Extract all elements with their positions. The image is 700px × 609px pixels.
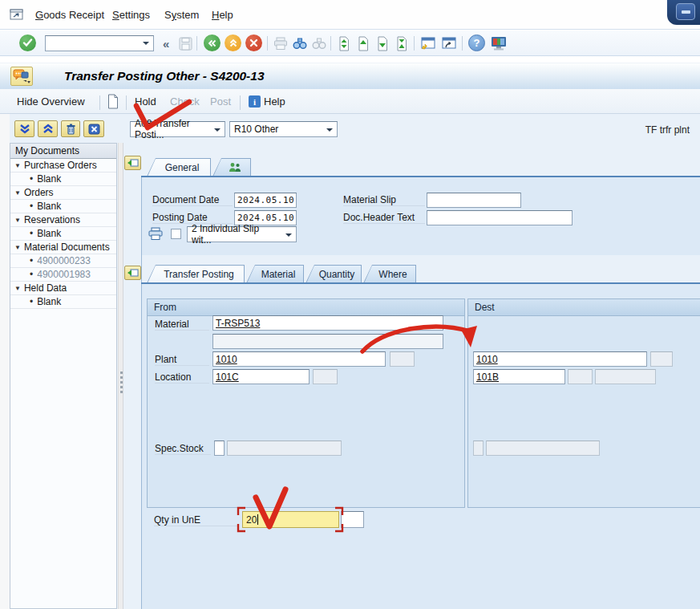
tree-node-orders[interactable]: ▼Orders xyxy=(10,186,116,200)
exit-icon[interactable] xyxy=(225,35,241,51)
splitter-handle[interactable] xyxy=(118,143,123,609)
hold-button[interactable]: Hold xyxy=(135,95,156,108)
tab-general[interactable]: General xyxy=(147,158,211,177)
hide-overview-button[interactable]: Hide Overview xyxy=(17,95,85,108)
new-session-icon[interactable] xyxy=(420,35,436,51)
page-title: Transfer Posting Other - S4200-13 xyxy=(64,69,265,83)
find-next-icon[interactable] xyxy=(311,35,327,51)
toolbar-separator xyxy=(196,36,197,51)
transaction-hint-text: TF trfr plnt xyxy=(645,124,690,136)
collapse-all-button[interactable] xyxy=(38,120,58,137)
qty-field[interactable]: 20 xyxy=(242,511,339,528)
plant-label: Plant xyxy=(155,354,209,366)
post-button[interactable]: Post xyxy=(210,95,231,108)
tree-node-purchase-orders[interactable]: ▼Purchase Orders xyxy=(10,159,116,173)
qty-label: Qty in UnE xyxy=(154,514,239,526)
expand-all-button[interactable] xyxy=(14,120,34,137)
title-bar: Transfer Posting Other - S4200-13 xyxy=(0,63,700,89)
slip-type-select[interactable]: 2 Individual Slip wit... xyxy=(187,226,297,242)
tree-leaf-blank[interactable]: •Blank xyxy=(10,295,116,309)
document-overview-tree: My Documents ▼Purchase Orders •Blank ▼Or… xyxy=(10,143,117,609)
delete-icon[interactable] xyxy=(61,120,80,137)
cancel-icon[interactable] xyxy=(245,35,262,51)
window-control-glyph xyxy=(682,10,690,14)
close-overview-icon[interactable] xyxy=(83,120,104,137)
tree-leaf-material-document[interactable]: •4900000233 xyxy=(10,254,116,268)
menu-system[interactable]: System xyxy=(164,9,199,21)
collapse-toolbar-icon[interactable]: « xyxy=(163,37,169,51)
dest-group-title: Dest xyxy=(468,299,700,316)
from-group-title: From xyxy=(148,299,464,316)
close-header-detail-icon[interactable] xyxy=(124,156,141,170)
toolbar-separator xyxy=(414,36,415,51)
tab-partners[interactable] xyxy=(212,158,251,177)
menu-goods-receipt[interactable]: Goods Receipt xyxy=(35,9,104,21)
from-material-field[interactable]: T-RSP513 xyxy=(212,315,443,331)
gui-status-icon[interactable] xyxy=(10,67,33,86)
tab-where[interactable]: Where xyxy=(363,265,416,283)
reference-select[interactable]: R10 Other xyxy=(229,121,338,137)
document-date-field[interactable]: 2024.05.10 xyxy=(234,193,297,208)
qty-unit-field[interactable] xyxy=(341,511,364,528)
last-page-icon[interactable] xyxy=(394,35,410,51)
check-button[interactable]: Check xyxy=(170,95,200,108)
tab-quantity[interactable]: Quantity xyxy=(305,265,362,283)
menu-help[interactable]: Help xyxy=(212,9,233,21)
help-button[interactable]: Help xyxy=(264,95,285,108)
toolbar-separator xyxy=(99,95,100,110)
toolbar-separator xyxy=(267,36,268,51)
dest-location-field[interactable]: 101B xyxy=(473,369,565,384)
people-icon xyxy=(212,158,251,177)
tree-leaf-material-document[interactable]: •4900001983 xyxy=(10,268,116,282)
first-page-icon[interactable] xyxy=(336,35,352,51)
close-item-detail-icon[interactable] xyxy=(124,266,141,280)
tab-material[interactable]: Material xyxy=(246,265,304,283)
action-select[interactable]: A08 Transfer Posti... xyxy=(130,121,225,137)
menu-settings[interactable]: Settings xyxy=(112,9,150,21)
tree-node-material-documents[interactable]: ▼Material Documents xyxy=(10,241,116,254)
continue-icon[interactable] xyxy=(19,35,36,51)
text-cursor xyxy=(257,514,258,525)
tab-transfer-posting[interactable]: Transfer Posting xyxy=(147,265,245,283)
dest-location-aux-field xyxy=(568,369,593,384)
material-label: Material xyxy=(155,319,209,331)
tree-leaf-blank[interactable]: •Blank xyxy=(10,227,116,241)
find-icon[interactable] xyxy=(292,35,308,51)
command-dropdown-icon[interactable] xyxy=(143,42,149,48)
print-icon[interactable] xyxy=(273,35,289,51)
from-plant-aux-field xyxy=(390,351,415,367)
print-slip-icon[interactable] xyxy=(148,227,164,241)
from-location-field[interactable]: 101C xyxy=(212,369,310,384)
from-spec-stock-indicator-field[interactable] xyxy=(214,441,225,456)
save-icon[interactable] xyxy=(177,35,193,51)
customize-layout-icon[interactable] xyxy=(489,35,508,51)
from-material-description-field[interactable] xyxy=(212,334,443,349)
print-checkbox[interactable] xyxy=(171,229,181,239)
shortcut-icon[interactable] xyxy=(441,35,457,51)
tree-leaf-blank[interactable]: •Blank xyxy=(10,200,116,213)
tree-node-held-data[interactable]: ▼Held Data xyxy=(10,282,116,295)
info-icon: i xyxy=(249,95,261,108)
material-slip-field[interactable] xyxy=(427,193,521,208)
posting-date-label: Posting Date xyxy=(152,212,233,224)
tree-leaf-blank[interactable]: •Blank xyxy=(10,173,116,186)
doc-header-text-field[interactable] xyxy=(427,210,573,225)
dest-plant-field[interactable]: 1010 xyxy=(473,351,647,367)
next-page-icon[interactable] xyxy=(374,35,390,51)
dest-group-box: Dest xyxy=(467,298,700,508)
help-icon[interactable]: ? xyxy=(468,35,485,51)
command-field[interactable] xyxy=(45,35,154,51)
toolbar-separator xyxy=(126,95,127,110)
from-plant-field[interactable]: 1010 xyxy=(212,351,386,367)
material-slip-label: Material Slip xyxy=(343,194,425,206)
back-icon[interactable] xyxy=(204,35,221,51)
tree-node-reservations[interactable]: ▼Reservations xyxy=(10,213,116,227)
previous-page-icon[interactable] xyxy=(355,35,371,51)
location-label: Location xyxy=(155,371,209,384)
dest-spec-stock-indicator-field xyxy=(473,441,484,456)
new-document-icon[interactable] xyxy=(107,94,119,109)
system-menu-icon[interactable] xyxy=(10,9,25,21)
spec-stock-label: Spec.Stock xyxy=(155,443,211,455)
toolbar-separator xyxy=(330,36,331,51)
doc-header-text-label: Doc.Header Text xyxy=(343,212,425,224)
